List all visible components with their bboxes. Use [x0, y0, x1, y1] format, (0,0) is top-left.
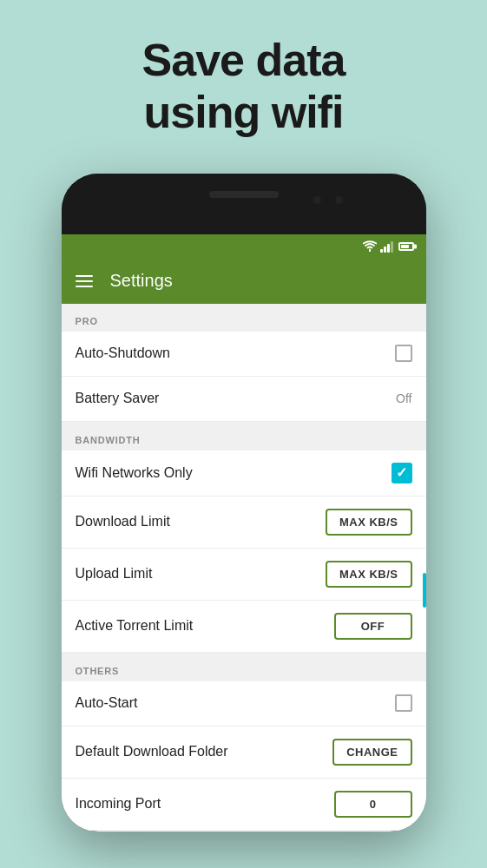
section-others-header: OTHERS [62, 654, 426, 681]
status-icons [363, 240, 414, 253]
change-folder-button[interactable]: CHANGE [332, 739, 411, 766]
row-battery-saver[interactable]: Battery Saver Off [62, 377, 426, 422]
row-auto-shutdown: Auto-Shutdown [62, 332, 426, 377]
active-torrent-button[interactable]: OFF [334, 613, 412, 640]
phone-mockup: Settings PRO Auto-Shutdown Battery Saver… [0, 165, 487, 832]
row-active-torrent-limit: Active Torrent Limit OFF [62, 601, 426, 653]
auto-shutdown-label: Auto-Shutdown [76, 345, 170, 361]
download-limit-button[interactable]: MAX KB/S [326, 509, 412, 536]
phone-speaker [209, 191, 279, 198]
wifi-networks-label: Wifi Networks Only [76, 465, 193, 481]
battery-icon [398, 242, 414, 251]
phone-body: Settings PRO Auto-Shutdown Battery Saver… [62, 174, 426, 832]
status-bar [62, 234, 426, 259]
incoming-port-label: Incoming Port [76, 796, 161, 812]
auto-start-checkbox[interactable] [395, 694, 412, 712]
section-pro-header: PRO [62, 304, 426, 332]
row-default-download-folder: Default Download Folder CHANGE [62, 727, 426, 779]
settings-content: PRO Auto-Shutdown Battery Saver Off BAND… [62, 304, 426, 832]
row-upload-limit: Upload Limit MAX KB/S [62, 549, 426, 601]
wifi-networks-checkbox[interactable]: ✓ [392, 463, 412, 483]
row-auto-start: Auto-Start [62, 681, 426, 727]
battery-saver-label: Battery Saver [76, 391, 160, 406]
section-bandwidth-header: BANDWIDTH [62, 423, 426, 450]
app-toolbar: Settings [62, 259, 426, 304]
row-wifi-networks: Wifi Networks Only ✓ [62, 450, 426, 496]
upload-limit-button[interactable]: MAX KB/S [326, 561, 412, 588]
active-torrent-label: Active Torrent Limit [76, 618, 194, 634]
default-download-folder-label: Default Download Folder [76, 744, 228, 760]
headline: Save data using wifi [0, 35, 487, 139]
row-download-limit: Download Limit MAX KB/S [62, 496, 426, 549]
phone-bezel-top [62, 174, 426, 234]
page-header: Save data using wifi [0, 0, 487, 165]
section-others: OTHERS Auto-Start Default Download Folde… [62, 654, 426, 831]
section-pro: PRO Auto-Shutdown Battery Saver Off [62, 304, 426, 422]
auto-shutdown-checkbox[interactable] [395, 345, 412, 362]
checkmark-icon: ✓ [396, 466, 407, 480]
battery-saver-value: Off [396, 391, 411, 405]
upload-limit-label: Upload Limit [76, 566, 153, 582]
wifi-status-icon [363, 240, 377, 252]
auto-start-label: Auto-Start [76, 695, 138, 711]
incoming-port-button[interactable]: 0 [334, 791, 412, 818]
scrollbar-indicator [423, 573, 426, 608]
row-incoming-port: Incoming Port 0 [62, 779, 426, 831]
section-bandwidth: BANDWIDTH Wifi Networks Only ✓ Download … [62, 423, 426, 653]
download-limit-label: Download Limit [76, 514, 170, 529]
toolbar-title: Settings [110, 271, 173, 291]
signal-icon [380, 240, 393, 253]
hamburger-menu-icon[interactable] [76, 275, 93, 287]
